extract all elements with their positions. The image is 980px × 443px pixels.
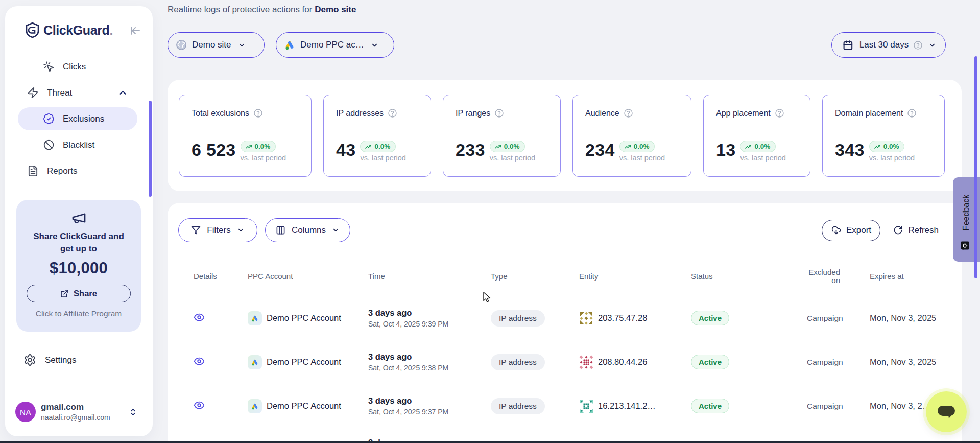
sidebar: ClickGuard. Clicks Threat [5,6,153,436]
entity-value: 208.80.44.26 [598,357,647,367]
site-selector-label: Demo site [192,40,231,50]
type-badge: IP address [491,398,545,414]
share-button[interactable]: Share [27,285,131,302]
google-ads-icon [284,39,295,51]
stat-card-ip-ranges: IP ranges 233 0.0% vs. last period [443,95,561,177]
ip-identicon [579,399,593,413]
eye-icon[interactable] [194,356,205,367]
eye-icon[interactable] [194,312,205,323]
logs-table: Details PPC Account Time Type Entity Sta… [179,242,950,443]
col-header-ppc-account[interactable]: PPC Account [248,272,368,281]
chat-bubble-icon [936,403,957,421]
sidebar-item-reports[interactable]: Reports [18,159,137,182]
help-circle-icon[interactable] [624,108,633,118]
stat-value: 343 [835,141,865,159]
col-header-type[interactable]: Type [491,272,579,281]
eye-icon[interactable] [194,400,205,411]
cursor-click-icon [43,61,55,73]
date-range-selector[interactable]: Last 30 days [831,32,946,58]
row-entity-cell: 208.80.44.26 [579,355,691,369]
date-range-label: Last 30 days [859,40,909,50]
trending-up-icon [624,143,631,150]
row-time-cell: 3 days ago Sat, Oct 4, 2025 9:38 PM [368,352,491,372]
table-header-row: Details PPC Account Time Type Entity Sta… [179,242,950,296]
filters-button[interactable]: Filters [178,218,257,242]
help-circle-icon[interactable] [388,108,397,118]
filter-funnel-icon [191,225,201,235]
table-row: Demo PPC Account 3 days ago Sat, Oct 4, … [179,340,950,384]
sidebar-divider [15,385,142,385]
sidebar-item-settings[interactable]: Settings [23,348,76,371]
col-header-details[interactable]: Details [179,272,248,281]
chevron-up-icon[interactable] [118,88,127,97]
site-selector[interactable]: Demo site [168,32,265,58]
stat-caption: vs. last period [869,154,915,162]
ppc-account-selector[interactable]: Demo PPC ac… [276,32,394,58]
row-expires-cell: Mon, Nov 3, 2025 [840,357,945,367]
col-header-excluded-on[interactable]: Excluded on [807,268,840,285]
sidebar-item-threat[interactable]: Threat [18,81,137,104]
row-details-cell [179,356,248,369]
col-header-expires-at[interactable]: Expires at [840,272,945,281]
stat-title: Domain placement [835,109,903,118]
feedback-smiley-icon [960,241,970,250]
row-type-cell: IP address [491,354,579,370]
ip-identicon [579,311,593,325]
status-badge: Active [691,355,729,369]
row-type-cell: IP address [491,310,579,327]
refresh-button[interactable]: Refresh [893,225,939,236]
row-status-cell: Active [691,355,807,369]
stat-caption: vs. last period [740,154,785,162]
google-ads-icon [251,402,259,410]
col-header-entity[interactable]: Entity [579,272,691,281]
page-scrollbar-thumb[interactable] [974,56,977,278]
account-switcher[interactable]: NA gmail.com naatali.ro@gmail.com [15,399,142,425]
help-circle-icon[interactable] [253,108,263,118]
help-circle-icon[interactable] [907,108,917,118]
trend-pill: 0.0% [241,141,276,152]
stat-value: 6 523 [192,141,236,159]
status-badge: Active [691,399,729,413]
sidebar-item-clicks[interactable]: Clicks [18,55,137,78]
sidebar-scrollbar-thumb[interactable] [149,101,152,197]
trend-value: 0.0% [504,143,520,150]
sidebar-item-exclusions[interactable]: Exclusions [18,107,137,130]
trend-value: 0.0% [374,143,390,150]
stat-value-row: 233 0.0% vs. last period [456,141,548,159]
row-time-cell: 3 days ago Sat, Oct 4, 2025 9:39 PM [368,308,491,328]
stat-value: 234 [585,141,615,159]
columns-button[interactable]: Columns [265,218,350,242]
status-badge: Active [691,311,729,325]
stat-caption: vs. last period [241,154,286,162]
trending-up-icon [745,143,752,150]
calendar-icon [843,40,853,51]
time-absolute: Sat, Oct 4, 2025 9:38 PM [368,364,491,372]
help-circle-icon[interactable] [775,108,784,118]
sidebar-item-blacklist[interactable]: Blacklist [18,133,137,156]
row-details-cell [179,400,248,413]
time-relative: 3 days ago [368,396,491,406]
google-ads-icon [251,314,259,322]
trend-pill: 0.0% [740,141,776,152]
ppc-account-name: Demo PPC Account [267,357,341,367]
table-row: Demo PPC Account 3 days ago Sat, Oct 4, … [179,384,950,428]
stat-title-row: Domain placement [835,108,932,118]
chat-widget-button[interactable] [926,391,967,432]
chevron-down-icon [371,41,378,49]
affiliate-promo-card[interactable]: Share ClickGuard and get up to $10,000 S… [16,200,141,332]
help-circle-icon[interactable] [494,108,504,118]
col-header-time[interactable]: Time [368,272,491,281]
trend-pill: 0.0% [619,141,655,152]
sidebar-collapse-icon[interactable] [129,25,141,37]
chevron-down-icon [237,226,245,234]
google-ads-chip [248,355,262,369]
refresh-button-label: Refresh [908,225,939,236]
row-excluded-on-cell: Campaign [807,402,840,411]
avatar: NA [15,402,36,422]
columns-icon [276,225,285,235]
megaphone-icon [71,210,87,226]
export-button[interactable]: Export [822,220,880,241]
share-button-label: Share [74,289,97,298]
col-header-status[interactable]: Status [691,272,807,281]
columns-button-label: Columns [292,225,326,236]
